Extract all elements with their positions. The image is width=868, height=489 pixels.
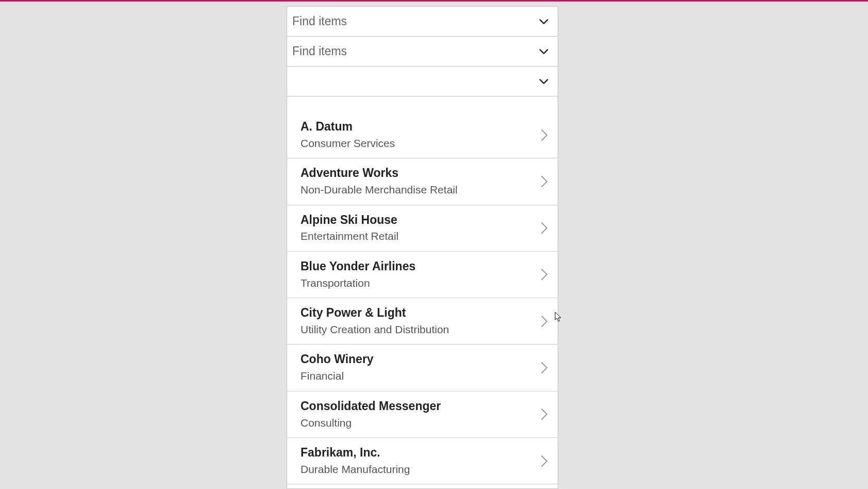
list-item[interactable]: Fabrikam, Inc.Durable Manufacturing xyxy=(287,438,558,484)
dropdown-placeholder: Find items xyxy=(292,44,538,58)
list-item-subtitle: Consumer Services xyxy=(301,136,539,151)
find-items-dropdown-1[interactable]: Find items xyxy=(287,7,558,37)
dropdown-placeholder: Find items xyxy=(292,14,538,28)
list-item-content: Blue Yonder AirlinesTransportation xyxy=(301,259,539,290)
list-item[interactable]: Adventure WorksNon-Durable Merchandise R… xyxy=(287,158,558,205)
list-item-title: Alpine Ski House xyxy=(301,213,539,228)
chevron-right-icon xyxy=(539,407,549,421)
list-item-content: Coho WineryFinancial xyxy=(301,352,539,383)
top-accent-bar xyxy=(0,0,868,2)
list-container[interactable]: A. DatumConsumer ServicesAdventure Works… xyxy=(287,96,558,488)
list-item-title: Adventure Works xyxy=(301,166,539,181)
list-item-title: Coho Winery xyxy=(301,352,539,367)
list-item-content: Fabrikam, Inc.Durable Manufacturing xyxy=(301,445,539,477)
list-item-subtitle: Durable Manufacturing xyxy=(301,462,539,477)
list-item-title: Fabrikam, Inc. xyxy=(301,445,539,461)
find-items-dropdown-3[interactable] xyxy=(287,67,558,96)
list-item-subtitle: Utility Creation and Distribution xyxy=(301,322,539,337)
list-item-content: A. DatumConsumer Services xyxy=(301,119,539,151)
chevron-down-icon xyxy=(538,76,549,87)
find-items-dropdown-2[interactable]: Find items xyxy=(287,37,558,67)
list-item-content: City Power & LightUtility Creation and D… xyxy=(301,305,539,337)
chevron-right-icon xyxy=(539,454,549,468)
list-item[interactable]: Blue Yonder AirlinesTransportation xyxy=(287,252,558,298)
chevron-right-icon xyxy=(539,314,549,329)
chevron-right-icon xyxy=(539,128,549,142)
list-item-content: Consolidated MessengerConsulting xyxy=(301,399,539,430)
list-item[interactable]: A. DatumConsumer Services xyxy=(287,112,558,158)
list-item-subtitle: Non-Durable Merchandise Retail xyxy=(301,182,539,197)
chevron-right-icon xyxy=(539,267,549,282)
list-item-title: City Power & Light xyxy=(301,305,539,321)
chevron-right-icon xyxy=(539,221,549,235)
list-item-subtitle: Transportation xyxy=(301,275,539,290)
app-panel: Find items Find items A. DatumConsumer S… xyxy=(287,6,558,489)
chevron-right-icon xyxy=(539,174,549,189)
list-item-subtitle: Entertainment Retail xyxy=(301,229,539,243)
list-item[interactable]: City Power & LightUtility Creation and D… xyxy=(287,298,558,345)
list-item-subtitle: Consulting xyxy=(301,415,539,430)
list-item-subtitle: Financial xyxy=(301,368,539,383)
list-item-content: Alpine Ski HouseEntertainment Retail xyxy=(301,213,539,244)
list-item-title: A. Datum xyxy=(301,119,539,135)
chevron-down-icon xyxy=(538,16,549,27)
list-item[interactable]: Fourth Coffee xyxy=(287,484,558,488)
list-item[interactable]: Alpine Ski HouseEntertainment Retail xyxy=(287,205,558,252)
list-item-title: Blue Yonder Airlines xyxy=(301,259,539,274)
list-item[interactable]: Coho WineryFinancial xyxy=(287,345,558,391)
list-item[interactable]: Consolidated MessengerConsulting xyxy=(287,392,558,438)
chevron-right-icon xyxy=(539,361,549,375)
list-item-content: Adventure WorksNon-Durable Merchandise R… xyxy=(301,166,539,197)
list-item-title: Consolidated Messenger xyxy=(301,399,539,414)
chevron-down-icon xyxy=(538,46,549,57)
